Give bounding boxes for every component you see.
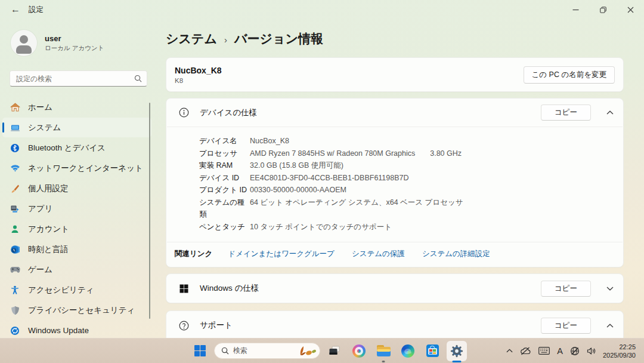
taskbar-search-label: 検索 bbox=[233, 346, 247, 356]
sidebar-item-label: アプリ bbox=[28, 204, 52, 214]
sidebar-item-label: 時刻と言語 bbox=[28, 244, 69, 255]
rename-pc-button[interactable]: この PC の名前を変更 bbox=[524, 66, 615, 84]
ime-mode-button[interactable]: A bbox=[554, 342, 566, 360]
spec-row: デバイス名 NucBox_K8 bbox=[199, 135, 614, 147]
bluetooth-icon bbox=[10, 143, 20, 153]
settings-button[interactable] bbox=[447, 341, 467, 361]
copy-support-button[interactable]: コピー bbox=[541, 318, 591, 334]
copy-windows-specs-button[interactable]: コピー bbox=[541, 281, 591, 297]
back-arrow-icon: ← bbox=[11, 4, 20, 15]
brush-icon bbox=[10, 183, 20, 193]
task-view-button[interactable] bbox=[324, 341, 345, 361]
avatar bbox=[11, 30, 37, 56]
edge-icon bbox=[401, 344, 414, 358]
sidebar: user ローカル アカウント ホーム システム Bluetooth とデバイス… bbox=[0, 19, 155, 338]
close-button[interactable] bbox=[617, 0, 644, 19]
settings-search[interactable] bbox=[10, 70, 147, 87]
clock-globe-icon bbox=[10, 244, 20, 254]
minimize-button[interactable] bbox=[562, 0, 589, 19]
keyboard-icon bbox=[538, 347, 550, 355]
edge-button[interactable] bbox=[398, 341, 418, 361]
task-view-icon bbox=[328, 344, 341, 358]
windows-specs-card: Windows の仕様 コピー bbox=[166, 273, 624, 303]
sidebar-item-label: ネットワークとインターネット bbox=[28, 163, 143, 174]
device-specs-title: デバイスの仕様 bbox=[200, 107, 257, 118]
apps-icon bbox=[10, 204, 20, 214]
sidebar-item-privacy-security[interactable]: プライバシーとセキュリティ bbox=[2, 300, 151, 320]
support-title: サポート bbox=[200, 320, 233, 331]
breadcrumb: システム › バージョン情報 bbox=[166, 30, 624, 47]
user-profile[interactable]: user ローカル アカウント bbox=[0, 29, 155, 57]
taskbar-search[interactable]: 検索 bbox=[214, 343, 320, 359]
breadcrumb-separator: › bbox=[224, 33, 227, 45]
clock[interactable]: 22:25 2025/09/30 bbox=[600, 343, 639, 359]
related-links-title: 関連リンク bbox=[175, 249, 212, 259]
hidden-icons-button[interactable] bbox=[503, 342, 516, 360]
start-button[interactable] bbox=[190, 341, 210, 361]
sidebar-scrollbar[interactable] bbox=[149, 103, 151, 319]
sidebar-item-personalization[interactable]: 個人用設定 bbox=[2, 179, 151, 198]
file-explorer-icon bbox=[377, 345, 391, 356]
device-specs-header[interactable]: デバイスの仕様 コピー bbox=[166, 99, 623, 127]
volume-button[interactable] bbox=[584, 342, 599, 360]
windows-specs-header[interactable]: Windows の仕様 コピー bbox=[166, 274, 623, 303]
taskbar-center: 検索 bbox=[190, 339, 467, 363]
device-subtitle: K8 bbox=[175, 77, 222, 84]
spec-row: デバイス ID EE4C801D-3FD0-4CCB-BEB1-DBBF6119… bbox=[199, 172, 614, 184]
restore-button[interactable] bbox=[589, 0, 617, 19]
onedrive-status-button[interactable] bbox=[517, 342, 534, 360]
sidebar-item-network-internet[interactable]: ネットワークとインターネット bbox=[2, 158, 151, 178]
copilot-button[interactable] bbox=[349, 341, 369, 361]
sidebar-item-apps[interactable]: アプリ bbox=[2, 199, 151, 219]
sidebar-item-system[interactable]: システム bbox=[2, 118, 151, 137]
copy-device-specs-button[interactable]: コピー bbox=[541, 104, 591, 121]
settings-search-input[interactable] bbox=[16, 75, 134, 83]
chevron-down-icon[interactable] bbox=[591, 287, 614, 291]
sidebar-item-bluetooth-devices[interactable]: Bluetooth とデバイス bbox=[2, 138, 151, 158]
tray-time: 22:25 bbox=[603, 343, 636, 351]
sidebar-item-label: アクセシビリティ bbox=[28, 285, 94, 296]
touch-keyboard-button[interactable] bbox=[535, 342, 553, 360]
chevron-up-icon[interactable] bbox=[591, 324, 614, 328]
back-button[interactable]: ← bbox=[4, 1, 27, 19]
info-icon bbox=[178, 107, 190, 118]
sidebar-item-accessibility[interactable]: アクセシビリティ bbox=[2, 280, 151, 300]
restore-icon bbox=[600, 7, 606, 13]
titlebar: ← 設定 bbox=[0, 0, 644, 19]
update-icon bbox=[10, 325, 20, 336]
link-advanced-system-settings[interactable]: システムの詳細設定 bbox=[422, 249, 490, 259]
store-button[interactable] bbox=[422, 341, 442, 361]
user-name: user bbox=[45, 34, 104, 43]
autumn-leaves-icon bbox=[297, 345, 317, 357]
spec-row: ペンとタッチ 10 タッチ ポイントでのタッチのサポート bbox=[199, 221, 614, 233]
globe-offline-icon bbox=[570, 346, 580, 356]
search-icon bbox=[221, 347, 229, 355]
spec-row: プロダクト ID 00330-50000-00000-AAOEM bbox=[199, 184, 614, 196]
sidebar-item-gaming[interactable]: ゲーム bbox=[2, 260, 151, 279]
support-header[interactable]: サポート コピー bbox=[166, 311, 623, 340]
sidebar-item-label: アカウント bbox=[28, 224, 69, 235]
sidebar-item-time-language[interactable]: 時刻と言語 bbox=[2, 239, 151, 259]
sidebar-item-label: プライバシーとセキュリティ bbox=[28, 305, 135, 316]
speaker-icon bbox=[587, 347, 596, 355]
sidebar-item-accounts[interactable]: アカウント bbox=[2, 219, 151, 239]
wifi-icon bbox=[10, 163, 20, 173]
main-content: システム › バージョン情報 NucBox_K8 K8 この PC の名前を変更… bbox=[155, 19, 644, 363]
search-icon bbox=[134, 75, 142, 82]
system-icon bbox=[10, 122, 20, 133]
device-name: NucBox_K8 bbox=[175, 66, 222, 75]
sidebar-item-home[interactable]: ホーム bbox=[2, 97, 151, 117]
chevron-up-icon[interactable] bbox=[591, 110, 614, 115]
breadcrumb-system[interactable]: システム bbox=[166, 30, 217, 47]
close-icon bbox=[627, 7, 634, 13]
network-status-button[interactable] bbox=[567, 342, 583, 360]
page-title: バージョン情報 bbox=[234, 30, 323, 47]
file-explorer-button[interactable] bbox=[373, 341, 394, 361]
link-domain-workgroup[interactable]: ドメインまたはワークグループ bbox=[228, 249, 335, 259]
spec-row: プロセッサ AMD Ryzen 7 8845HS w/ Radeon 780M … bbox=[199, 147, 614, 160]
windows-logo-icon bbox=[178, 284, 190, 293]
link-system-protection[interactable]: システムの保護 bbox=[352, 249, 405, 259]
account-type: ローカル アカウント bbox=[45, 44, 104, 53]
window-controls bbox=[562, 0, 644, 19]
system-tray: A 22:25 2025/09/30 bbox=[503, 339, 639, 363]
